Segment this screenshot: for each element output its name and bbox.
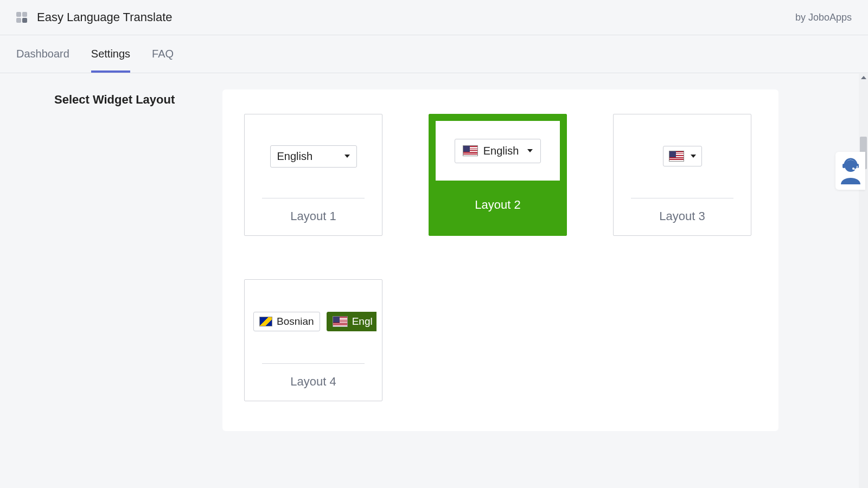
layout-preview-2: English [436,121,560,181]
svg-rect-1 [843,164,845,168]
flag-us-icon [463,145,478,156]
layout1-dropdown-text: English [277,150,313,163]
layout-card-1[interactable]: English Layout 1 [244,114,382,236]
support-agent-icon [839,157,863,184]
tab-faq[interactable]: FAQ [152,36,174,72]
section-title: Select Widget Layout [54,89,222,431]
layout-card-2[interactable]: English Layout 2 [429,114,567,236]
scroll-up-arrow-icon[interactable] [861,76,866,79]
layout-preview-1: English [245,114,382,198]
layout4-chip-english: Engl [327,312,376,331]
layout3-dropdown [663,146,702,166]
layout-preview-3 [614,114,751,198]
header-left: Easy Language Translate [16,10,173,24]
chip-bosnian-text: Bosnian [277,316,314,328]
layout1-label: Layout 1 [290,198,336,235]
app-title: Easy Language Translate [37,10,173,24]
flag-us-icon [669,151,684,162]
app-grid-icon[interactable] [16,12,27,23]
app-header: Easy Language Translate by JoboApps [0,0,868,35]
layout-card-3[interactable]: Layout 3 [613,114,751,236]
support-widget[interactable] [835,152,865,190]
layout2-dropdown-text: English [483,145,519,157]
layout4-label: Layout 4 [290,364,336,401]
scrollbar-track[interactable] [859,74,868,488]
layout-panel: English Layout 1 English Layout 2 [222,89,778,431]
vendor-label: by JoboApps [795,12,852,23]
chip-english-text: Engl [352,316,373,328]
layout4-chip-bosnian: Bosnian [253,312,320,331]
layout3-label: Layout 3 [659,198,705,235]
layout2-label: Layout 2 [475,187,520,224]
content-area: Select Widget Layout English Layout 1 [0,73,868,447]
tab-dashboard[interactable]: Dashboard [16,36,69,72]
layout2-dropdown: English [455,139,541,163]
chevron-down-icon [527,149,533,152]
chevron-down-icon [691,155,696,158]
layout-card-4[interactable]: Bosnian Engl Layout 4 [244,279,382,401]
chevron-down-icon [344,155,350,158]
flag-us-icon [333,316,348,327]
layout4-chip-row: Bosnian Engl [250,312,376,331]
tab-settings[interactable]: Settings [91,36,130,72]
layout-preview-4: Bosnian Engl [245,280,382,363]
tab-bar: Dashboard Settings FAQ [0,35,868,73]
flag-ba-icon [259,317,272,326]
layout-grid: English Layout 1 English Layout 2 [244,114,757,401]
layout1-dropdown: English [270,145,357,168]
